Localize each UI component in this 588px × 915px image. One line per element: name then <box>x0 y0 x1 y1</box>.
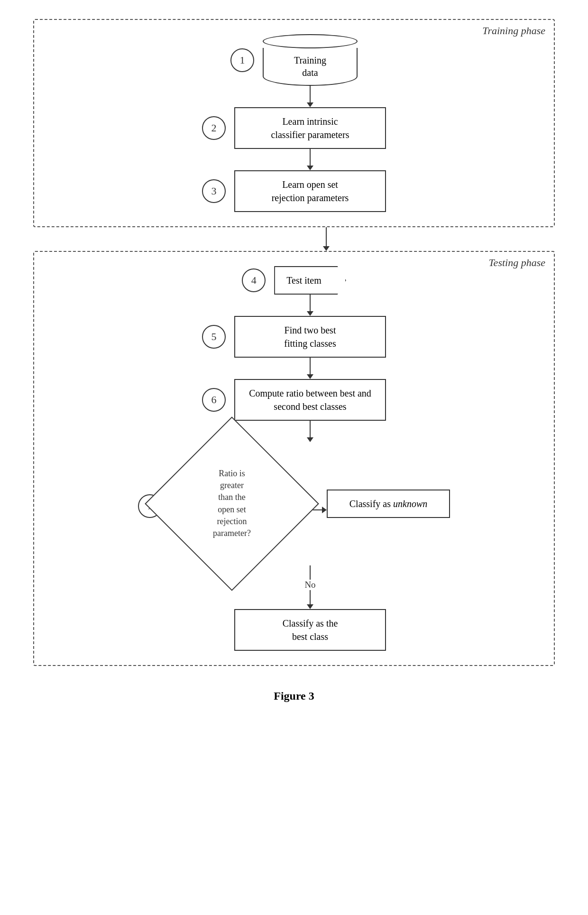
step-6-label: Compute ratio between best andsecond bes… <box>249 388 371 412</box>
step-2-label: Learn intrinsicclassifier parameters <box>271 116 349 140</box>
no-branch: No Classify as thebest class <box>234 565 386 651</box>
classify-best-label: Classify as thebest class <box>283 618 338 642</box>
no-arrow-head <box>307 604 313 609</box>
step-5-shape: Find two bestfitting classes <box>234 316 386 358</box>
testing-phase-box: Testing phase 4 Test item 5 Find two bes… <box>33 251 555 666</box>
arrow-2-3 <box>310 149 311 166</box>
classify-unknown-label: Classify as unknown <box>349 499 427 509</box>
arrow-head-6-7 <box>307 437 313 442</box>
step-4-number: 4 <box>242 268 266 292</box>
no-label: No <box>304 580 315 590</box>
test-item-shape: Test item <box>274 266 346 295</box>
diagram-wrapper: Training phase 1 Trainingdata 2 <box>33 19 555 702</box>
diamond-yes-row: Ratio isgreaterthan theopen setrejection… <box>170 442 450 565</box>
inter-phase-arrow-head <box>323 246 330 251</box>
training-data-cylinder: Trainingdata <box>263 34 358 86</box>
step-5-number: 5 <box>202 325 226 349</box>
training-phase-label: Training phase <box>482 25 545 37</box>
arrow-head-1-2 <box>307 102 313 107</box>
classify-unknown-shape: Classify as unknown <box>327 490 450 518</box>
step-5-row: 5 Find two bestfitting classes <box>53 316 535 358</box>
arrow-4-5 <box>310 295 311 311</box>
step-5-label: Find two bestfitting classes <box>284 325 336 349</box>
step-7-section: 7 Ratio isgreaterthan theopen setrejecti… <box>53 442 535 651</box>
training-phase-content: 1 Trainingdata 2 Learn intrinsicclassifi… <box>53 34 535 212</box>
step-6-row: 6 Compute ratio between best andsecond b… <box>53 379 535 421</box>
arrow-1-2 <box>310 86 311 102</box>
cylinder-top <box>263 34 358 48</box>
inter-phase-arrow-line <box>326 227 327 246</box>
arrow-head-2-3 <box>307 166 313 170</box>
step-2-shape: Learn intrinsicclassifier parameters <box>234 107 386 149</box>
step-2-row: 2 Learn intrinsicclassifier parameters <box>53 107 535 149</box>
step-1-number: 1 <box>230 48 254 72</box>
step-6-number: 6 <box>202 388 226 412</box>
step-3-shape: Learn open setrejection parameters <box>234 170 386 212</box>
step-4-row: 4 Test item <box>53 266 535 295</box>
diamond-text: Ratio isgreaterthan theopen setrejection… <box>189 468 275 539</box>
yes-arrow-head <box>322 507 327 513</box>
arrow-head-4-5 <box>307 311 313 316</box>
step-3-number: 3 <box>202 179 226 203</box>
test-item-label: Test item <box>286 275 322 286</box>
step-1-row: 1 Trainingdata <box>53 34 535 86</box>
step-3-label: Learn open setrejection parameters <box>272 179 349 203</box>
training-data-label: Trainingdata <box>294 54 326 79</box>
no-line-2 <box>310 590 311 604</box>
no-line <box>310 565 311 580</box>
step-2-number: 2 <box>202 116 226 140</box>
arrow-5-6 <box>310 358 311 374</box>
step-6-shape: Compute ratio between best andsecond bes… <box>234 379 386 421</box>
step-7-main: Ratio isgreaterthan theopen setrejection… <box>170 442 450 651</box>
testing-phase-content: 4 Test item 5 Find two bestfitting class… <box>53 266 535 651</box>
arrow-6-7 <box>310 421 311 437</box>
testing-phase-label: Testing phase <box>488 257 545 269</box>
classify-best-shape: Classify as thebest class <box>234 609 386 651</box>
decision-diamond: Ratio isgreaterthan theopen setrejection… <box>170 442 294 565</box>
training-phase-box: Training phase 1 Trainingdata 2 <box>33 19 555 227</box>
cylinder-body: Trainingdata <box>263 48 358 86</box>
step-3-row: 3 Learn open setrejection parameters <box>53 170 535 212</box>
figure-caption: Figure 3 <box>274 690 314 702</box>
arrow-head-5-6 <box>307 374 313 379</box>
